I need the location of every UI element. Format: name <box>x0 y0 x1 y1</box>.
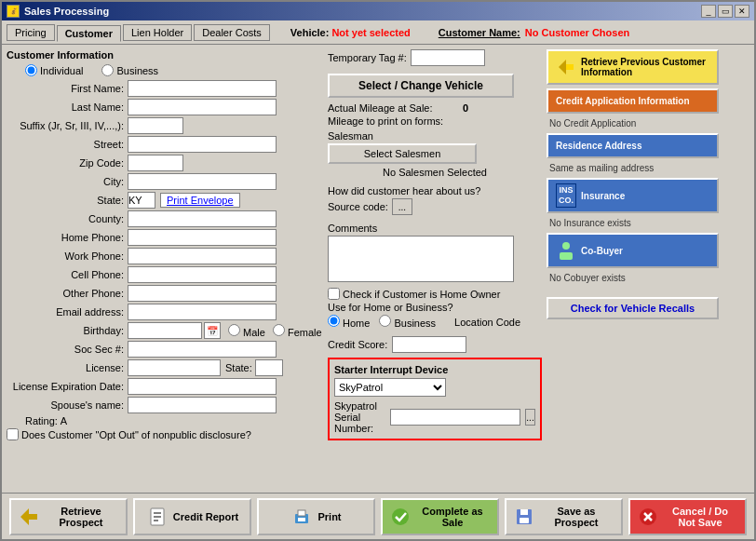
rating-value: A <box>61 415 67 426</box>
location-label: Location Code <box>454 317 520 328</box>
print-envelope-button[interactable]: Print Envelope <box>160 193 240 208</box>
license-exp-row: License Expiration Date: <box>7 378 323 395</box>
window-title: Sales Processing <box>24 6 109 17</box>
county-row: County: <box>7 210 323 227</box>
main-window: 💰 Sales Processing _ ▭ ✕ Pricing Custome… <box>0 0 756 541</box>
svg-point-12 <box>392 508 409 525</box>
first-name-input[interactable] <box>128 80 277 97</box>
starter-select[interactable]: SkyPatrol <box>334 378 446 397</box>
credit-report-label: Credit Report <box>173 511 238 522</box>
print-button[interactable]: Print <box>257 498 375 535</box>
last-name-row: Last Name: <box>7 99 323 115</box>
salesman-label: Salesman <box>328 130 542 142</box>
credit-report-button[interactable]: Credit Report <box>133 498 251 535</box>
svg-rect-6 <box>154 512 161 514</box>
tab-customer[interactable]: Customer <box>57 25 121 42</box>
license-state-input[interactable] <box>255 359 283 376</box>
hear-label: How did customer hear about us? <box>328 185 542 196</box>
tab-bar: Pricing Customer Lien Holder Dealer Cost… <box>2 20 754 45</box>
zip-row: Zip Code: <box>7 155 323 171</box>
tab-lien-holder[interactable]: Lien Holder <box>123 24 192 41</box>
license-input[interactable] <box>128 359 221 376</box>
license-label: License: <box>7 362 128 373</box>
svg-rect-3 <box>560 252 573 260</box>
print-icon <box>290 506 313 528</box>
complete-sale-button[interactable]: Complete as Sale <box>381 498 499 535</box>
business-radio2[interactable]: Business <box>379 315 436 329</box>
other-phone-row: Other Phone: <box>7 285 323 302</box>
homeowner-checkbox[interactable] <box>328 288 340 300</box>
state-label: State: <box>7 195 128 206</box>
birthday-row: Birthday: 📅 Male Female <box>7 322 323 339</box>
save-prospect-button[interactable]: Save as Prospect <box>505 498 623 535</box>
birthday-calendar-icon[interactable]: 📅 <box>204 322 221 339</box>
last-name-input[interactable] <box>128 99 277 115</box>
svg-marker-4 <box>20 508 37 525</box>
zip-input[interactable] <box>128 155 183 171</box>
county-input[interactable] <box>128 210 277 227</box>
comments-input[interactable] <box>328 236 514 282</box>
main-content: Customer Information Individual Business… <box>2 45 754 493</box>
home-phone-input[interactable] <box>128 229 277 246</box>
rating-row: Rating: A <box>7 415 323 426</box>
home-phone-label: Home Phone: <box>7 232 128 243</box>
street-row: Street: <box>7 136 323 153</box>
insurance-button[interactable]: INSCO. Insurance <box>547 178 719 213</box>
select-vehicle-button[interactable]: Select / Change Vehicle <box>328 74 514 98</box>
work-phone-input[interactable] <box>128 248 277 264</box>
license-exp-input[interactable] <box>128 378 277 395</box>
no-credit-text: No Credit Application <box>547 117 719 129</box>
female-radio-label[interactable]: Female <box>273 324 322 338</box>
title-bar: 💰 Sales Processing _ ▭ ✕ <box>2 2 754 20</box>
tab-dealer-costs[interactable]: Dealer Costs <box>194 24 270 41</box>
retrieve-prospect-button[interactable]: Retrieve Prospect <box>9 498 128 535</box>
select-salesmen-button[interactable]: Select Salesmen <box>328 143 477 164</box>
close-button[interactable]: ✕ <box>735 5 749 18</box>
tab-pricing[interactable]: Pricing <box>7 24 55 41</box>
homeowner-row: Check if Customer is Home Owner <box>328 288 542 300</box>
cobuyer-button[interactable]: Co-Buyer <box>547 233 719 268</box>
home-business-row: Use for Home or Business? <box>328 302 542 313</box>
spouse-input[interactable] <box>128 397 277 413</box>
opt-out-checkbox[interactable] <box>7 428 19 440</box>
left-column: Customer Information Individual Business… <box>7 49 323 488</box>
source-button[interactable]: ... <box>392 198 412 215</box>
residence-address-button[interactable]: Residence Address <box>547 133 719 158</box>
credit-application-button[interactable]: Credit Application Information <box>547 88 719 114</box>
soc-sec-input[interactable] <box>128 341 277 358</box>
print-label: Print <box>317 511 341 522</box>
skypatrol-browse-button[interactable]: ... <box>525 409 535 426</box>
recall-button[interactable]: Check for Vehicle Recalls <box>547 297 719 319</box>
street-input[interactable] <box>128 136 277 153</box>
business-radio[interactable]: Business <box>101 64 158 76</box>
starter-row: SkyPatrol <box>334 378 535 397</box>
other-phone-input[interactable] <box>128 285 277 302</box>
starter-interrupt-box: Starter Interrupt Device SkyPatrol Skypa… <box>328 358 542 440</box>
birthday-input[interactable] <box>128 322 202 339</box>
cell-phone-input[interactable] <box>128 266 277 283</box>
credit-score-label: Credit Score: <box>328 339 387 350</box>
retrieve-previous-button[interactable]: Retrieve Previous Customer Information <box>547 49 719 85</box>
male-radio-label[interactable]: Male <box>228 324 265 338</box>
temp-tag-input[interactable] <box>411 49 485 66</box>
no-cobuyer-text: No Cobuyer exists <box>547 272 719 284</box>
svg-rect-1 <box>566 64 574 70</box>
minimize-button[interactable]: _ <box>701 5 716 18</box>
city-input[interactable] <box>128 173 277 190</box>
suffix-input[interactable] <box>128 117 183 134</box>
email-input[interactable] <box>128 304 277 320</box>
credit-application-label: Credit Application Information <box>556 96 690 106</box>
individual-radio[interactable]: Individual <box>25 64 83 76</box>
state-input[interactable] <box>128 192 155 209</box>
homeowner-label: Check if Customer is Home Owner <box>343 289 500 300</box>
work-phone-label: Work Phone: <box>7 250 128 262</box>
comments-section: Comments <box>328 223 542 284</box>
cancel-button[interactable]: Cancel / Do Not Save <box>628 498 747 535</box>
skypatrol-serial-input[interactable] <box>390 409 520 426</box>
complete-sale-label: Complete as Sale <box>415 506 490 528</box>
save-prospect-label: Save as Prospect <box>539 506 614 528</box>
home-radio[interactable]: Home <box>328 315 370 329</box>
customer-name-label: Customer Name: <box>439 27 520 38</box>
restore-button[interactable]: ▭ <box>718 5 733 18</box>
credit-score-input[interactable] <box>392 336 466 353</box>
